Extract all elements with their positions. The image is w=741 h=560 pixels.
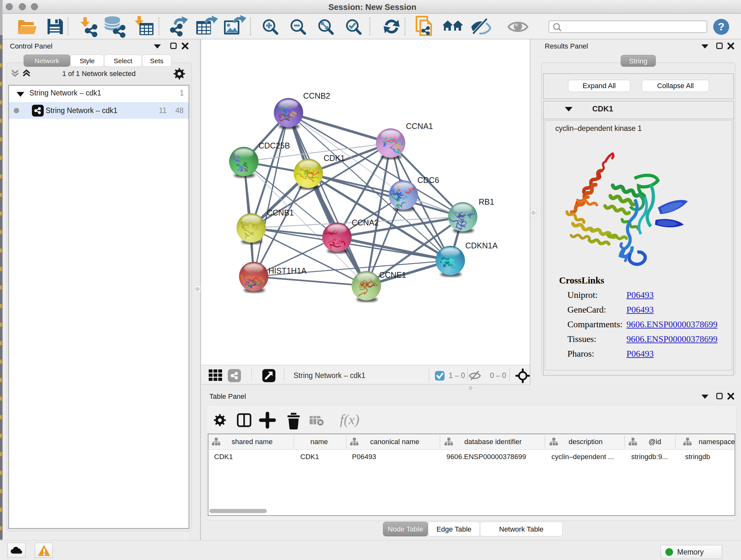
svg-text:RB1: RB1 <box>479 197 494 206</box>
svg-text:CCNB1: CCNB1 <box>267 208 294 217</box>
svg-text:CDC25B: CDC25B <box>259 141 290 150</box>
svg-text:CDKN1A: CDKN1A <box>465 241 498 250</box>
svg-text:CCNB2: CCNB2 <box>303 91 330 100</box>
svg-text:CCNA2: CCNA2 <box>352 218 379 227</box>
svg-text:f(x): f(x) <box>340 412 359 428</box>
svg-text:?: ? <box>718 20 725 33</box>
svg-text:HIST1H1A: HIST1H1A <box>268 266 307 275</box>
svg-text:CCNE1: CCNE1 <box>379 270 406 279</box>
svg-text:CDK1: CDK1 <box>324 153 345 163</box>
svg-text:CDC6: CDC6 <box>417 176 439 185</box>
svg-text:CCNA1: CCNA1 <box>406 122 433 131</box>
